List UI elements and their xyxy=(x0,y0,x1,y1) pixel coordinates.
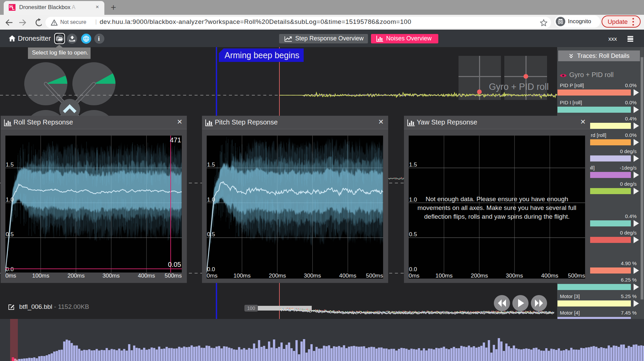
svg-text:1.5: 1.5 xyxy=(409,161,417,168)
svg-text:1.0: 1.0 xyxy=(6,196,14,203)
svg-text:deflection flips, rolls and ya: deflection flips, rolls and yaw spins du… xyxy=(424,213,570,220)
svg-text:0.5: 0.5 xyxy=(207,231,215,238)
svg-text:0.0: 0.0 xyxy=(207,266,215,273)
svg-text:0.5: 0.5 xyxy=(6,231,14,238)
svg-text:0.0: 0.0 xyxy=(6,266,14,273)
svg-text:1.5: 1.5 xyxy=(207,161,215,168)
svg-text:movements on all axes. Make su: movements on all axes. Make sure you hav… xyxy=(417,204,576,211)
svg-text:1.0: 1.0 xyxy=(207,196,215,203)
svg-text:Not enough data. Please ensure: Not enough data. Please ensure you have … xyxy=(426,195,568,203)
svg-text:1.5: 1.5 xyxy=(6,161,14,168)
svg-text:0.5: 0.5 xyxy=(409,231,417,238)
svg-text:0.0: 0.0 xyxy=(409,266,417,273)
svg-text:1.0: 1.0 xyxy=(409,196,417,203)
svg-text:0.05: 0.05 xyxy=(168,261,181,268)
svg-text:471: 471 xyxy=(170,136,181,144)
